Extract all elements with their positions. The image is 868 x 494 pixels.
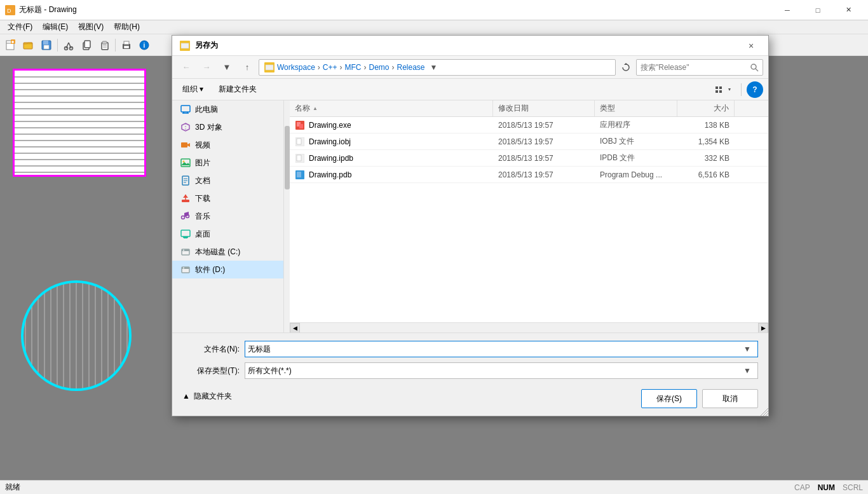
file-item-ipdb[interactable]: Drawing.ipdb 2018/5/13 19:57 IPDB 文件 332… — [290, 150, 768, 167]
file-item-iobj[interactable]: Drawing.iobj 2018/5/13 19:57 IOBJ 文件 1,3… — [290, 134, 768, 150]
h-scroll-left-button[interactable]: ◀ — [290, 323, 300, 333]
view-options-button[interactable] — [712, 81, 736, 98]
col-header-date[interactable]: 修改日期 — [493, 100, 595, 116]
toolbar-save-btn[interactable] — [38, 37, 55, 53]
sidebar-scrollbar[interactable] — [283, 100, 290, 333]
toolbar-open-btn[interactable] — [20, 37, 37, 53]
file-item-exe[interactable]: Drawing.exe 2018/5/13 19:57 应用程序 138 KB — [290, 117, 768, 134]
svg-rect-107 — [297, 139, 301, 144]
toolbar-paste-btn[interactable] — [96, 37, 112, 53]
toolbar-cut-btn[interactable] — [60, 37, 77, 53]
maximize-button[interactable]: □ — [803, 0, 832, 20]
dialog-close-button[interactable]: × — [742, 38, 761, 53]
search-input[interactable] — [641, 63, 747, 72]
sidebar-item-pc-label: 此电脑 — [195, 104, 218, 115]
save-button[interactable]: 保存(S) — [641, 389, 697, 408]
col-header-type[interactable]: 类型 — [595, 100, 677, 116]
sidebar-item-downloads[interactable]: 下载 — [172, 189, 283, 207]
sidebar-item-downloads-label: 下载 — [195, 193, 210, 204]
help-button[interactable]: ? — [747, 81, 763, 98]
exe-icon — [295, 120, 305, 130]
svg-text:i: i — [144, 42, 146, 49]
title-bar: D 无标题 - Drawing ─ □ ✕ — [0, 0, 868, 20]
path-release[interactable]: Release — [397, 63, 425, 72]
menu-view[interactable]: 视图(V) — [73, 20, 109, 34]
toolbar-about-btn[interactable]: i — [136, 37, 153, 53]
file-date-exe: 2018/5/13 19:57 — [493, 117, 595, 133]
app-icon: D — [5, 5, 15, 15]
svg-point-102 — [183, 268, 184, 269]
sidebar-item-pc[interactable]: 此电脑 — [172, 100, 283, 118]
search-icon — [750, 63, 759, 72]
sidebar-item-3d[interactable]: 3D 对象 — [172, 118, 283, 136]
toolbar-new-btn[interactable] — [3, 37, 19, 53]
h-scroll-right-button[interactable]: ▶ — [758, 323, 768, 333]
svg-rect-71 — [715, 90, 718, 93]
sidebar-item-drive-d-label: 软件 (D:) — [195, 264, 225, 275]
sidebar-item-drive-d[interactable]: 软件 (D:) — [172, 261, 283, 278]
minimize-button[interactable]: ─ — [773, 0, 802, 20]
sidebar-item-drive-c[interactable]: 本地磁盘 (C:) — [172, 243, 283, 261]
toolbar-copy-btn[interactable] — [78, 37, 95, 53]
pc-icon — [180, 104, 191, 115]
status-indicators: CAP NUM SCRL — [794, 483, 863, 492]
filetype-dropdown-button[interactable]: ▼ — [740, 363, 755, 378]
menu-edit[interactable]: 编辑(E) — [37, 20, 73, 34]
filename-input[interactable]: 无标题 ▼ — [245, 341, 758, 357]
filetype-select[interactable]: 所有文件(*.*) ▼ — [245, 362, 758, 379]
refresh-button[interactable] — [618, 60, 634, 75]
close-button[interactable]: ✕ — [834, 0, 863, 20]
cancel-button[interactable]: 取消 — [702, 389, 758, 408]
nav-forward-button[interactable]: → — [198, 58, 215, 76]
path-demo[interactable]: Demo — [369, 63, 390, 72]
status-text: 就绪 — [5, 482, 794, 493]
menu-file[interactable]: 文件(F) — [3, 20, 37, 34]
organize-button[interactable]: 组织 ▾ — [177, 81, 208, 98]
num-indicator: NUM — [818, 483, 835, 492]
doc-icon — [180, 175, 191, 186]
svg-rect-74 — [181, 106, 190, 112]
svg-point-67 — [751, 64, 756, 69]
file-name-ipdb: Drawing.ipdb — [290, 150, 493, 166]
col-header-size[interactable]: 大小 — [677, 100, 735, 116]
menu-bar: 文件(F) 编辑(E) 视图(V) 帮助(H) — [0, 20, 868, 34]
nav-back-button[interactable]: ← — [177, 58, 195, 76]
path-mfc[interactable]: MFC — [345, 63, 362, 72]
search-box — [636, 59, 763, 76]
svg-rect-63 — [181, 43, 189, 48]
svg-rect-105 — [299, 124, 303, 128]
nav-up-button[interactable]: ↑ — [238, 58, 256, 76]
col-header-name[interactable]: 名称 ▲ — [290, 100, 493, 116]
sidebar-item-documents[interactable]: 文档 — [172, 172, 283, 189]
hidden-folders-toggle[interactable]: ▲ 隐藏文件夹 — [182, 391, 232, 402]
resize-grip[interactable] — [758, 406, 768, 416]
sidebar-item-pictures[interactable]: 图片 — [172, 154, 283, 172]
horizontal-scrollbar: ◀ ▶ — [290, 322, 768, 333]
sidebar-item-documents-label: 文档 — [195, 175, 210, 186]
filename-ipdb: Drawing.ipdb — [309, 154, 353, 163]
col-date-label: 修改日期 — [498, 103, 529, 114]
file-type-ipdb: IPDB 文件 — [595, 150, 677, 166]
svg-rect-80 — [181, 142, 187, 148]
sidebar-item-desktop[interactable]: 桌面 — [172, 225, 283, 243]
dialog-bottom: 文件名(N): 无标题 ▼ 保存类型(T): 所有文件(*.*) ▼ ▲ 隐藏文… — [172, 333, 768, 416]
sidebar-item-videos[interactable]: 视频 — [172, 136, 283, 154]
filename-value: 无标题 — [248, 344, 740, 355]
path-workspace[interactable]: Workspace — [277, 63, 315, 72]
toolbar-print-btn[interactable] — [118, 37, 135, 53]
filename-dropdown-button[interactable]: ▼ — [740, 341, 755, 357]
new-folder-button[interactable]: 新建文件夹 — [214, 81, 262, 98]
address-dropdown-button[interactable]: ▼ — [428, 63, 440, 72]
sidebar-item-music[interactable]: 音乐 — [172, 207, 283, 225]
menu-help[interactable]: 帮助(H) — [109, 20, 145, 34]
path-cpp[interactable]: C++ — [323, 63, 337, 72]
sidebar-item-drive-c-label: 本地磁盘 (C:) — [195, 247, 240, 257]
video-icon — [180, 139, 191, 151]
nav-recent-button[interactable]: ▼ — [218, 58, 236, 76]
drive-d-icon — [180, 264, 191, 275]
col-size-label: 大小 — [714, 103, 729, 114]
file-item-pdb[interactable]: Drawing.pdb 2018/5/13 19:57 Program Debu… — [290, 167, 768, 183]
svg-rect-23 — [124, 41, 129, 45]
sidebar-scroll-thumb — [285, 126, 290, 189]
file-type-iobj: IOBJ 文件 — [595, 134, 677, 149]
